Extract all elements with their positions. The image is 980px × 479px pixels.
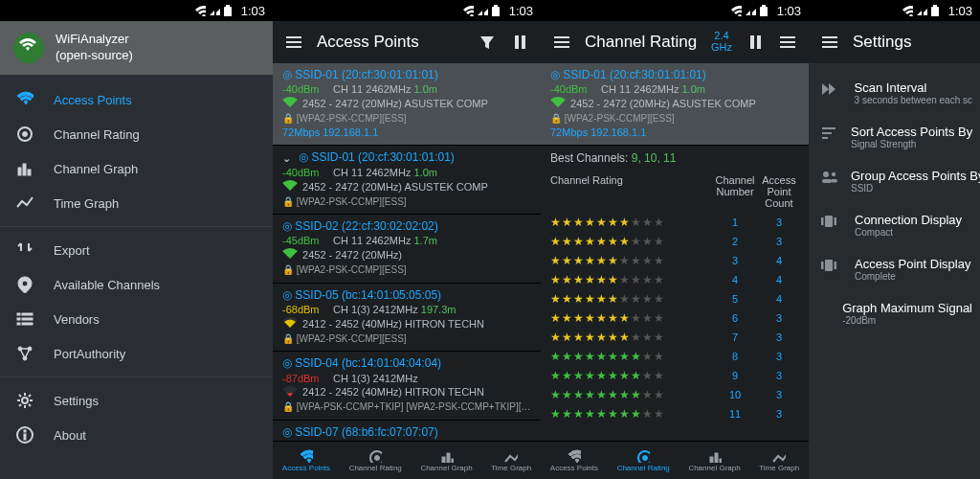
- access-point-card[interactable]: ◎ SSID-02 (22:cf:30:02:02:02) -45dBm CH …: [273, 215, 541, 284]
- drawer-item[interactable]: PortAuthority: [0, 336, 273, 371]
- pause-button[interactable]: [746, 33, 765, 52]
- app-bar: Channel Rating 2.4GHz: [541, 21, 809, 63]
- list-icon: [15, 309, 34, 329]
- gear-icon: [15, 391, 34, 410]
- battery-status-icon: [930, 5, 942, 16]
- drawer-item[interactable]: Channel Graph: [0, 151, 273, 186]
- setting-item[interactable]: Graph Maximum Signal -20dBm: [809, 291, 980, 335]
- tab-time graph[interactable]: Time Graph: [491, 449, 531, 472]
- ap-distance: 1.0m: [681, 83, 704, 95]
- chevron-down-icon: ⌄: [282, 151, 296, 166]
- bottom-nav: Access Points Channel Rating Channel Gra…: [541, 441, 809, 479]
- carousel-icon: [820, 213, 841, 234]
- access-point-card[interactable]: ◎ SSID-04 (bc:14:01:04:04:04) -87dBm CH …: [273, 352, 541, 421]
- drawer-item[interactable]: Access Points: [0, 82, 273, 117]
- menu-button[interactable]: [552, 33, 571, 52]
- menu-button[interactable]: [820, 33, 839, 52]
- tab-icon: [420, 449, 472, 464]
- status-bar: 1:03: [541, 0, 809, 21]
- ap-ssid: ◎ SSID-07 (68:b6:fc:07:07:07): [282, 425, 438, 439]
- network-icon: [15, 344, 34, 363]
- rating-row: ★★★★★★★★★★ 9 3: [541, 366, 809, 385]
- drawer-item[interactable]: Settings: [0, 383, 273, 418]
- drawer-item[interactable]: Available Channels: [0, 267, 273, 302]
- ap-security: 🔒 [WPA2-PSK-CCMP][ESS]: [282, 112, 531, 125]
- tab-channel graph[interactable]: Channel Graph: [688, 449, 740, 472]
- tab-icon: [759, 449, 799, 464]
- ap-channel: CH 11 2462MHz: [333, 167, 411, 178]
- ap-channel: CH 11 2462MHz: [333, 83, 411, 95]
- sort-icon: [820, 125, 837, 146]
- blank-icon: [820, 301, 829, 322]
- drawer-item-label: Channel Graph: [54, 162, 138, 176]
- tab-icon: [491, 449, 531, 464]
- tab-channel graph[interactable]: Channel Graph: [420, 449, 472, 472]
- battery-status-icon: [491, 5, 502, 16]
- ap-vendor: ASUSTEK COMP: [404, 98, 487, 109]
- access-point-card[interactable]: ⌄ ◎ SSID-01 (20:cf:30:01:01:01) -40dBm C…: [273, 146, 541, 215]
- drawer-item[interactable]: About: [0, 418, 273, 452]
- ap-ssid: ◎ SSID-05 (bc:14:01:05:05:05): [282, 288, 441, 302]
- wifi-strength-icon: [282, 97, 300, 112]
- setting-subtitle: 3 seconds between each sc: [855, 95, 972, 105]
- rating-channel: 10: [711, 389, 759, 400]
- setting-item[interactable]: Scan Interval 3 seconds between each sc: [809, 71, 980, 115]
- drawer-item[interactable]: Export: [0, 233, 273, 267]
- band-toggle[interactable]: 2.4GHz: [711, 31, 732, 53]
- rating-channel: 6: [711, 312, 759, 324]
- tab-access points[interactable]: Access Points: [550, 449, 598, 472]
- setting-title: Scan Interval: [855, 80, 972, 95]
- drawer-item-label: PortAuthority: [54, 347, 125, 361]
- access-point-card[interactable]: ◎ SSID-05 (bc:14:01:05:05:05) -68dBm CH …: [273, 284, 541, 353]
- drawer-item[interactable]: Channel Rating: [0, 117, 273, 151]
- rating-row: ★★★★★★★★★★ 2 3: [541, 232, 809, 251]
- setting-item[interactable]: Access Point Display Complete: [809, 247, 980, 291]
- wifi-strength-icon: [282, 180, 300, 195]
- pause-button[interactable]: [510, 33, 529, 52]
- ap-channel: CH 11 2462MHz: [333, 235, 411, 246]
- rating-row: ★★★★★★★★★★ 1 3: [541, 213, 809, 232]
- tab-icon: [688, 449, 740, 464]
- ap-range: 2452 - 2472 (20MHz): [302, 98, 402, 109]
- access-point-card[interactable]: ◎ SSID-01 (20:cf:30:01:01:01) -40dBm CH …: [541, 63, 809, 146]
- access-point-card[interactable]: ◎ SSID-07 (68:b6:fc:07:07:07) -89dBm CH …: [273, 421, 541, 441]
- ap-range: 2452 - 2472 (20MHz): [570, 98, 670, 109]
- setting-subtitle: Signal Strength: [851, 139, 972, 149]
- rating-row: ★★★★★★★★★★ 8 3: [541, 347, 809, 366]
- filter-button[interactable]: [478, 33, 497, 52]
- drawer-item-label: Export: [54, 243, 90, 258]
- access-point-card[interactable]: ◎ SSID-01 (20:cf:30:01:01:01) -40dBm CH …: [273, 63, 541, 146]
- tab-access points[interactable]: Access Points: [282, 449, 330, 472]
- setting-item[interactable]: Connection Display Compact: [809, 203, 980, 247]
- wifi-icon: [15, 90, 34, 109]
- menu-secondary-button[interactable]: [778, 33, 797, 52]
- col-count: Access Point Count: [759, 174, 799, 209]
- drawer-item[interactable]: Vendors: [0, 302, 273, 336]
- connected-ap-card[interactable]: ◎ SSID-01 (20:cf:30:01:01:01) -40dBm CH …: [541, 63, 809, 146]
- setting-item[interactable]: Group Access Points By SSID: [809, 159, 980, 203]
- line-icon: [15, 194, 34, 213]
- rating-count: 3: [759, 217, 799, 228]
- settings-list: Scan Interval 3 seconds between each sc …: [809, 63, 980, 335]
- drawer-item[interactable]: Time Graph: [0, 186, 273, 220]
- ap-signal: -68dBm: [282, 303, 330, 317]
- access-points-screen: 1:03 Access Points ◎ SSID-01 (20:cf:30:0…: [273, 0, 541, 479]
- setting-item[interactable]: Sort Access Points By Signal Strength: [809, 115, 980, 159]
- ap-vendor: HITRON TECHN: [405, 318, 484, 330]
- tab-channel rating[interactable]: Channel Rating: [617, 449, 670, 472]
- ap-signal: -40dBm: [550, 82, 598, 97]
- tab-channel rating[interactable]: Channel Rating: [349, 449, 402, 472]
- tab-label: Access Points: [282, 464, 330, 472]
- menu-button[interactable]: [284, 33, 303, 52]
- info-icon: [15, 425, 34, 445]
- wifi-strength-icon: [282, 248, 300, 263]
- rating-row: ★★★★★★★★★★ 11 3: [541, 404, 809, 423]
- rating-channel: 11: [711, 408, 759, 420]
- wifi-strength-icon: [282, 386, 300, 401]
- target-icon: [15, 125, 34, 144]
- rating-stars: ★★★★★★★★★★: [550, 235, 711, 248]
- wifi-strength-icon: [550, 97, 568, 112]
- tab-time graph[interactable]: Time Graph: [759, 449, 799, 472]
- ap-ssid: ◎ SSID-04 (bc:14:01:04:04:04): [282, 356, 441, 370]
- setting-title: Graph Maximum Signal: [842, 301, 972, 315]
